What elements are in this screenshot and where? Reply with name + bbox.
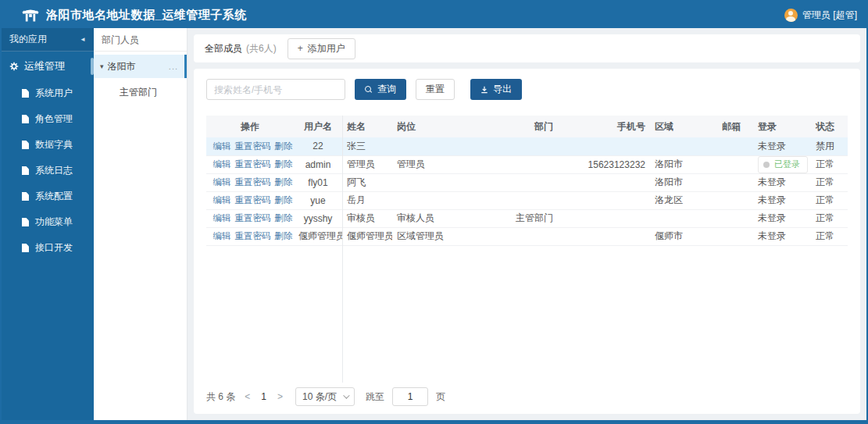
cell-department: 主管部门 (464, 209, 558, 227)
total-count: 共 6 条 (206, 390, 235, 404)
row-action-edit[interactable]: 编辑 (213, 195, 231, 205)
prev-page-button[interactable]: < (243, 391, 252, 402)
tree-node-supervisory-dept[interactable]: 主管部门 (94, 81, 187, 103)
sidebar-item-data-dictionary[interactable]: 数据字典 (2, 132, 94, 158)
sidebar-item-function-menu[interactable]: 功能菜单 (2, 209, 94, 235)
cell-phone (558, 191, 650, 209)
jump-page-input[interactable] (392, 387, 428, 406)
cell-name: 岳月 (342, 191, 392, 209)
cell-phone (558, 227, 650, 245)
table-row[interactable]: 编辑重置密码删除22张三未登录禁用 (206, 137, 848, 155)
cell-department (464, 155, 558, 173)
cell-email (709, 173, 753, 191)
column-header-email: 邮箱 (709, 116, 753, 137)
query-button[interactable]: 查询 (355, 79, 406, 100)
row-action-delete[interactable]: 删除 (275, 195, 293, 205)
row-action-reset-password[interactable]: 重置密码 (235, 231, 271, 241)
sidebar-item-role-management[interactable]: 角色管理 (2, 106, 94, 132)
row-action-reset-password[interactable]: 重置密码 (235, 141, 271, 151)
department-panel-title: 部门人员 (94, 28, 187, 52)
sidebar-header-label: 我的应用 (9, 33, 47, 46)
login-status-text: 已登录 (774, 159, 800, 170)
row-action-delete[interactable]: 删除 (275, 159, 293, 169)
add-user-button[interactable]: + 添加用户 (288, 38, 355, 59)
sidebar-item-label: 功能菜单 (35, 216, 73, 229)
cell-login: 未登录 (753, 227, 811, 245)
caret-down-icon[interactable]: ▾ (100, 62, 104, 70)
sidebar-item-system-logs[interactable]: 系统日志 (2, 158, 94, 183)
cell-username: 22 (294, 137, 342, 155)
column-header-actions: 操作 (206, 116, 294, 137)
cell-region: 洛阳市 (650, 155, 709, 173)
cell-status: 正常 (811, 173, 848, 191)
table-row[interactable]: 编辑重置密码删除偃师管理员偃师管理员区域管理员偃师市未登录正常 (206, 227, 848, 245)
cell-login: 未登录 (753, 209, 811, 227)
cell-position (392, 173, 464, 191)
cell-name: 管理员 (342, 155, 392, 173)
row-action-delete[interactable]: 删除 (275, 177, 293, 187)
next-page-button[interactable]: > (276, 391, 284, 402)
add-user-label: 添加用户 (308, 42, 345, 55)
cell-phone (558, 173, 650, 191)
sidebar-item-system-users[interactable]: 系统用户 (2, 80, 94, 106)
sidebar-item-label: 系统用户 (35, 87, 73, 100)
row-action-delete[interactable]: 删除 (275, 231, 293, 241)
cell-position (392, 191, 464, 209)
cell-region: 偃师市 (650, 227, 709, 245)
reset-button[interactable]: 重置 (416, 79, 455, 100)
sidebar-item-api-development[interactable]: 接口开发 (2, 235, 94, 261)
reset-label: 重置 (426, 83, 445, 96)
cell-actions: 编辑重置密码删除 (206, 155, 294, 173)
cell-position: 区域管理员 (392, 227, 464, 245)
cell-phone: 15623123232 (558, 155, 650, 173)
avatar-icon (784, 9, 798, 22)
table-row[interactable]: 编辑重置密码删除yue岳月洛龙区未登录正常 (206, 191, 848, 209)
cell-actions: 编辑重置密码删除 (206, 227, 294, 245)
row-action-edit[interactable]: 编辑 (213, 213, 231, 223)
sidebar-group-ops-management[interactable]: 运维管理 (2, 52, 94, 80)
row-action-edit[interactable]: 编辑 (213, 177, 231, 187)
row-action-delete[interactable]: 删除 (275, 141, 293, 151)
cell-email (709, 191, 753, 209)
table-row[interactable]: 编辑重置密码删除yysshy审核员审核人员主管部门未登录正常 (206, 209, 848, 227)
cell-position: 管理员 (392, 155, 464, 173)
row-action-edit[interactable]: 编辑 (213, 159, 231, 169)
department-panel: 部门人员 ▾ 洛阳市 ... 主管部门 (94, 28, 188, 420)
cell-department (464, 137, 558, 155)
row-action-reset-password[interactable]: 重置密码 (235, 159, 271, 169)
row-action-reset-password[interactable]: 重置密码 (235, 213, 271, 223)
row-action-reset-password[interactable]: 重置密码 (235, 195, 271, 205)
sidebar-header[interactable]: 我的应用 ◄ (2, 28, 94, 52)
cell-name: 审核员 (342, 209, 392, 227)
current-page[interactable]: 1 (259, 391, 268, 402)
members-count: (共6人) (246, 42, 277, 55)
row-action-edit[interactable]: 编辑 (213, 231, 231, 241)
cell-position (392, 137, 464, 155)
row-action-reset-password[interactable]: 重置密码 (235, 177, 271, 187)
fixed-column-divider (342, 116, 343, 383)
document-icon (22, 89, 29, 98)
collapse-left-icon[interactable]: ◄ (80, 36, 86, 43)
members-label: 全部成员 (205, 42, 242, 55)
sidebar-item-label: 系统配置 (35, 190, 73, 203)
user-menu[interactable]: 管理员 [超管] (784, 9, 857, 22)
cell-region: 洛龙区 (650, 191, 709, 209)
table-header-row: 操作用户名姓名岗位部门手机号区域邮箱登录状态 (206, 116, 848, 137)
cell-login: 未登录 (753, 173, 811, 191)
tree-node-luoyang[interactable]: ▾ 洛阳市 ... (94, 55, 187, 78)
sidebar-item-system-config[interactable]: 系统配置 (2, 183, 94, 209)
sidebar-scrollbar[interactable] (91, 58, 94, 75)
column-header-pos: 岗位 (392, 116, 464, 137)
table-body: 编辑重置密码删除22张三未登录禁用编辑重置密码删除admin管理员管理员1562… (206, 137, 848, 245)
search-input[interactable] (206, 79, 345, 100)
export-button[interactable]: 导出 (470, 79, 522, 100)
more-icon[interactable]: ... (169, 62, 178, 71)
row-action-delete[interactable]: 删除 (275, 213, 293, 223)
sidebar-nav: 系统用户角色管理数据字典系统日志系统配置功能菜单接口开发 (2, 80, 94, 261)
row-action-edit[interactable]: 编辑 (213, 141, 231, 151)
table-row[interactable]: 编辑重置密码删除admin管理员管理员15623123232洛阳市已登录正常 (206, 155, 848, 173)
export-label: 导出 (493, 83, 512, 96)
page-size-select[interactable]: 10 条/页 (295, 387, 355, 406)
cell-actions: 编辑重置密码删除 (206, 191, 294, 209)
table-row[interactable]: 编辑重置密码删除fly01阿飞洛阳市未登录正常 (206, 173, 848, 191)
